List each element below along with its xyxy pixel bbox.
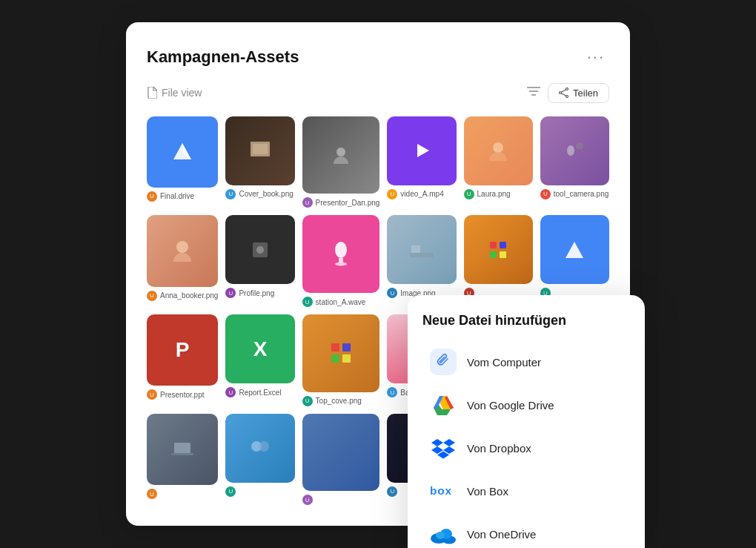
- grid-item[interactable]: U: [225, 414, 294, 506]
- svg-text:o: o: [437, 485, 444, 498]
- dropdown-item-label: Von Box: [467, 485, 508, 498]
- filter-button[interactable]: [527, 86, 540, 99]
- svg-point-3: [566, 88, 568, 90]
- grid-item[interactable]: X U Report.Excel: [225, 314, 294, 406]
- file-label: U Profile.png: [225, 288, 294, 298]
- svg-point-15: [567, 145, 574, 156]
- more-button[interactable]: ···: [583, 46, 609, 68]
- dropbox-icon: [430, 435, 457, 461]
- grid-item[interactable]: U Cover_book.png: [225, 116, 294, 208]
- svg-point-4: [566, 96, 568, 98]
- svg-point-22: [335, 262, 347, 265]
- svg-point-12: [336, 148, 345, 156]
- file-thumbnail: [225, 116, 294, 185]
- file-label: U Top_cove.png: [302, 396, 380, 406]
- main-window: Kampagnen-Assets ··· File view: [126, 22, 630, 526]
- grid-item[interactable]: U: [540, 215, 609, 307]
- file-thumbnail: [302, 215, 380, 293]
- svg-point-38: [259, 441, 269, 452]
- svg-point-16: [576, 142, 583, 150]
- svg-text:x: x: [445, 485, 452, 498]
- file-label: U Anna_booker.png: [147, 291, 218, 301]
- svg-line-7: [561, 93, 566, 96]
- svg-rect-32: [331, 354, 339, 363]
- grid-item[interactable]: U tool_camera.png: [540, 116, 609, 208]
- svg-rect-27: [490, 251, 497, 258]
- gdrive-icon: [430, 392, 457, 418]
- svg-rect-35: [174, 443, 190, 453]
- file-label: U tool_camera.png: [540, 189, 609, 199]
- svg-rect-31: [342, 343, 351, 351]
- grid-item[interactable]: U Laura.png: [464, 116, 533, 208]
- dropdown-item-label: Von Google Drive: [467, 399, 554, 412]
- svg-rect-36: [171, 453, 193, 455]
- file-thumbnail: [540, 116, 609, 185]
- dropdown-item-label: Von OneDrive: [467, 528, 536, 541]
- svg-point-17: [176, 241, 188, 253]
- box-icon: b o x: [430, 478, 457, 504]
- file-thumbnail: [302, 314, 380, 392]
- file-thumbnail: [225, 215, 294, 284]
- svg-rect-24: [411, 245, 420, 253]
- grid-item[interactable]: U Top_cove.png: [302, 314, 380, 406]
- svg-rect-21: [339, 258, 343, 263]
- dropdown-item-dropbox[interactable]: Von Dropbox: [422, 426, 630, 469]
- file-thumbnail: [147, 215, 218, 286]
- dropdown-item-label: Von Dropbox: [467, 442, 531, 455]
- dropdown-item-box[interactable]: b o x Von Box: [422, 469, 630, 512]
- toolbar: File view Teilen: [147, 83, 609, 103]
- dropdown-item-computer[interactable]: Vom Computer: [422, 340, 630, 383]
- grid-item[interactable]: U station_A.wave: [302, 215, 380, 307]
- svg-point-5: [560, 92, 562, 94]
- file-label: U: [225, 486, 294, 497]
- file-label: U Cover_book.png: [225, 189, 294, 199]
- file-label: U Presentor.ppt: [147, 389, 218, 400]
- toolbar-right: Teilen: [527, 83, 609, 103]
- grid-item[interactable]: U Image.png: [387, 215, 456, 307]
- file-thumbnail: X: [225, 314, 294, 383]
- svg-line-6: [561, 90, 566, 92]
- grid-item[interactable]: U Final.drive: [147, 116, 218, 208]
- filter-icon: [527, 86, 540, 96]
- page-title: Kampagnen-Assets: [147, 47, 299, 67]
- clip-icon: [430, 349, 457, 375]
- onedrive-icon: [430, 521, 457, 547]
- grid-item[interactable]: U Presentor_Dan.png: [302, 116, 380, 208]
- svg-rect-26: [500, 242, 506, 248]
- grid-item[interactable]: U video_A.mp4: [387, 116, 456, 208]
- svg-marker-13: [417, 144, 429, 157]
- add-file-dropdown: Neue Datei hinzufügen Vom Computer: [408, 295, 645, 548]
- svg-point-60: [436, 532, 445, 539]
- file-view-button[interactable]: File view: [147, 87, 202, 99]
- dropdown-title: Neue Datei hinzufügen: [422, 313, 630, 329]
- grid-item[interactable]: U Anna_booker.png: [147, 215, 218, 307]
- file-label: U: [147, 489, 218, 499]
- grid-item[interactable]: P U Presentor.ppt: [147, 314, 218, 406]
- svg-point-20: [335, 242, 347, 258]
- svg-marker-29: [566, 242, 583, 258]
- grid-item[interactable]: U: [147, 414, 218, 506]
- svg-marker-49: [431, 439, 443, 446]
- svg-rect-33: [342, 354, 351, 363]
- file-icon: [147, 87, 157, 99]
- share-icon: [559, 88, 569, 98]
- file-label: U Presentor_Dan.png: [302, 197, 380, 208]
- file-label: U Report.Excel: [225, 387, 294, 397]
- file-thumbnail: [387, 215, 456, 284]
- file-thumbnail: [464, 215, 533, 284]
- file-thumbnail: [147, 116, 218, 188]
- svg-rect-11: [253, 144, 268, 154]
- share-button[interactable]: Teilen: [548, 83, 609, 103]
- grid-item[interactable]: U Profile.png: [225, 215, 294, 307]
- window-header: Kampagnen-Assets ···: [147, 46, 609, 68]
- dropdown-item-gdrive[interactable]: Von Google Drive: [422, 383, 630, 426]
- svg-point-14: [493, 142, 503, 153]
- svg-rect-25: [490, 242, 497, 248]
- dropdown-item-onedrive[interactable]: Von OneDrive: [422, 512, 630, 548]
- grid-item[interactable]: U: [464, 215, 533, 307]
- file-thumbnail: [302, 116, 380, 194]
- file-thumbnail: [387, 116, 456, 185]
- grid-item[interactable]: U: [302, 414, 380, 506]
- svg-point-19: [256, 246, 264, 254]
- file-label: U Final.drive: [147, 191, 218, 202]
